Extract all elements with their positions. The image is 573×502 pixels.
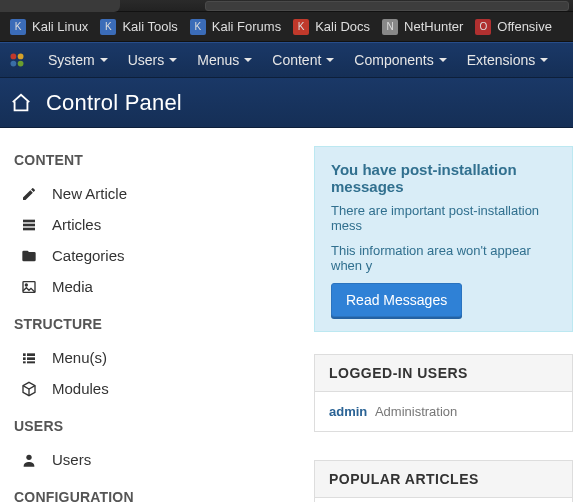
dragon-icon: K	[190, 19, 206, 35]
menu-system[interactable]: System	[38, 42, 118, 78]
bookmark-kali-tools[interactable]: K Kali Tools	[94, 19, 183, 35]
menu-label: Menus	[197, 52, 239, 68]
menu-components[interactable]: Components	[344, 42, 456, 78]
sidebar-item-label: New Article	[52, 185, 127, 202]
menu-label: Extensions	[467, 52, 535, 68]
caret-down-icon	[169, 58, 177, 62]
logged-user-link[interactable]: admin	[329, 404, 367, 419]
read-messages-button[interactable]: Read Messages	[331, 283, 462, 317]
svg-point-0	[11, 54, 17, 60]
svg-rect-9	[23, 353, 26, 356]
bookmark-kali-linux[interactable]: K Kali Linux	[4, 19, 94, 35]
main-content: CONTENT New Article Articles Categories	[0, 128, 573, 502]
caret-down-icon	[244, 58, 252, 62]
caret-down-icon	[439, 58, 447, 62]
sidebar-item-articles[interactable]: Articles	[14, 209, 314, 240]
menu-extensions[interactable]: Extensions	[457, 42, 558, 78]
home-icon	[10, 92, 32, 114]
bookmark-bar: K Kali Linux K Kali Tools K Kali Forums …	[0, 12, 573, 42]
bookmark-label: Kali Tools	[122, 19, 177, 34]
bookmark-label: Kali Linux	[32, 19, 88, 34]
sidebar-item-users[interactable]: Users	[14, 444, 314, 475]
image-icon	[20, 279, 38, 295]
sidebar-item-label: Users	[52, 451, 91, 468]
menu-label: Components	[354, 52, 433, 68]
offsec-icon: O	[475, 19, 491, 35]
stack-icon	[20, 217, 38, 233]
pencil-icon	[20, 186, 38, 202]
svg-rect-6	[23, 227, 35, 230]
sidebar-list-users: Users	[14, 444, 314, 475]
sidebar-item-new-article[interactable]: New Article	[14, 178, 314, 209]
bookmark-label: Offensive	[497, 19, 552, 34]
sidebar-item-label: Media	[52, 278, 93, 295]
menu-label: System	[48, 52, 95, 68]
svg-rect-12	[27, 357, 35, 360]
browser-tab-bar	[0, 0, 573, 12]
sidebar-heading-content: CONTENT	[14, 152, 314, 168]
svg-rect-5	[23, 223, 35, 226]
bookmark-label: Kali Forums	[212, 19, 281, 34]
sidebar-item-label: Articles	[52, 216, 101, 233]
svg-rect-11	[23, 357, 26, 360]
list-icon	[20, 350, 38, 366]
menu-label: Content	[272, 52, 321, 68]
sidebar-item-categories[interactable]: Categories	[14, 240, 314, 271]
svg-point-15	[26, 454, 31, 459]
svg-rect-14	[27, 361, 35, 363]
url-bar[interactable]	[205, 1, 569, 11]
sidebar-item-label: Categories	[52, 247, 125, 264]
bookmark-label: Kali Docs	[315, 19, 370, 34]
svg-point-2	[18, 61, 24, 67]
panel-body: admin Administration	[315, 392, 572, 431]
page-title: Control Panel	[46, 90, 182, 116]
menu-content[interactable]: Content	[262, 42, 344, 78]
bookmark-offensive[interactable]: O Offensive	[469, 19, 558, 35]
menu-users[interactable]: Users	[118, 42, 188, 78]
bookmark-nethunter[interactable]: N NetHunter	[376, 19, 469, 35]
menu-label: Users	[128, 52, 165, 68]
svg-rect-10	[27, 353, 35, 356]
joomla-logo-icon[interactable]	[8, 51, 26, 69]
sidebar-heading-structure: STRUCTURE	[14, 316, 314, 332]
popular-articles-panel: POPULAR ARTICLES 0 Welcome to DC-3	[314, 460, 573, 502]
browser-tab[interactable]	[0, 0, 120, 12]
bookmark-kali-docs[interactable]: K Kali Docs	[287, 19, 376, 35]
admin-top-menu: System Users Menus Content Components Ex…	[0, 42, 573, 78]
dragon-icon: K	[293, 19, 309, 35]
panel-heading: POPULAR ARTICLES	[315, 461, 572, 498]
cube-icon	[20, 381, 38, 397]
bookmark-label: NetHunter	[404, 19, 463, 34]
folder-icon	[20, 248, 38, 264]
alert-title: You have post-installation messages	[331, 161, 556, 195]
user-icon	[20, 452, 38, 468]
panel-body: 0 Welcome to DC-3	[315, 498, 572, 502]
sidebar: CONTENT New Article Articles Categories	[14, 146, 314, 502]
logged-user-area: Administration	[375, 404, 457, 419]
sidebar-list-structure: Menu(s) Modules	[14, 342, 314, 404]
alert-text-1: There are important post-installation me…	[331, 203, 556, 233]
bookmark-kali-forums[interactable]: K Kali Forums	[184, 19, 287, 35]
svg-point-1	[18, 54, 24, 60]
dragon-icon: K	[10, 19, 26, 35]
main-panels: You have post-installation messages Ther…	[314, 146, 573, 502]
post-install-alert: You have post-installation messages Ther…	[314, 146, 573, 332]
svg-rect-13	[23, 361, 26, 363]
alert-text-2: This information area won't appear when …	[331, 243, 556, 273]
sidebar-item-media[interactable]: Media	[14, 271, 314, 302]
sidebar-item-modules[interactable]: Modules	[14, 373, 314, 404]
menu-menus[interactable]: Menus	[187, 42, 262, 78]
caret-down-icon	[326, 58, 334, 62]
panel-heading: LOGGED-IN USERS	[315, 355, 572, 392]
dragon-icon: K	[100, 19, 116, 35]
sidebar-list-content: New Article Articles Categories Media	[14, 178, 314, 302]
page-titlebar: Control Panel	[0, 78, 573, 128]
caret-down-icon	[100, 58, 108, 62]
sidebar-heading-users: USERS	[14, 418, 314, 434]
svg-point-3	[11, 61, 17, 67]
sidebar-item-label: Modules	[52, 380, 109, 397]
sidebar-heading-configuration: CONFIGURATION	[14, 489, 314, 502]
sidebar-item-menus[interactable]: Menu(s)	[14, 342, 314, 373]
caret-down-icon	[540, 58, 548, 62]
svg-rect-4	[23, 219, 35, 222]
